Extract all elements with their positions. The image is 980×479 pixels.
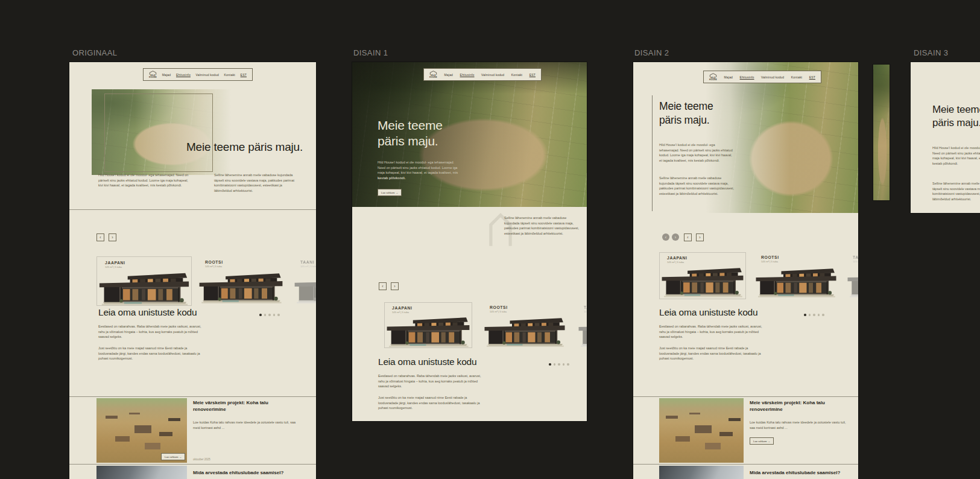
house-card-title: TAANI [853, 255, 858, 259]
house-card-title: ROOTSI [761, 255, 838, 259]
nav-link-valminud-kodud[interactable]: Valminud kodud [481, 73, 504, 77]
carousel-dot[interactable] [818, 314, 820, 316]
logo-text: HOUSE [149, 77, 157, 78]
nav-link-kontakt[interactable]: Kontakt [511, 73, 522, 77]
frame-label-disain2[interactable]: DISAIN 2 [634, 48, 669, 57]
house-render [197, 270, 285, 306]
nav-link-majad[interactable]: Majad [444, 73, 453, 77]
carousel-dot[interactable] [264, 314, 267, 316]
house-card-title: ROOTSI [490, 305, 567, 309]
carousel-dot[interactable] [558, 363, 560, 366]
carousel-next-button-alt[interactable]: › [672, 233, 679, 241]
frame-disain3: Meie teeme päris maju. Hild House'i kodu… [911, 62, 980, 213]
dream-paragraph-1: Eestlased on rabarahvas. Raba tähendab m… [98, 324, 204, 340]
frame-label-disain1[interactable]: DISAIN 1 [353, 48, 388, 57]
nav-link-valminud-kodud[interactable]: Valminud kodud [761, 75, 784, 79]
house-card-title: JAAPANI [667, 256, 745, 260]
carousel-prev-button[interactable]: ‹ [684, 233, 692, 241]
carousel-dot[interactable] [563, 363, 565, 366]
hero-title-line2: päris maju. [932, 116, 980, 130]
nav-link-ehitusinfo[interactable]: Ehitusinfo [176, 73, 191, 77]
carousel-next-button[interactable]: › [391, 282, 399, 290]
house-card-specs: 145 m² | 5 tuba [300, 265, 316, 268]
hero-title: Meie teeme päris maju. [186, 141, 303, 154]
house-card-jaapani[interactable]: JAAPANI 145 m² | 5 tuba [659, 252, 746, 299]
hero-rule-decoration [652, 95, 653, 211]
house-render [97, 269, 191, 305]
nav-link-ehitusinfo[interactable]: Ehitusinfo [460, 73, 475, 77]
section-divider [633, 464, 858, 465]
nav-lang-switch[interactable]: EST [241, 73, 247, 77]
carousel-next-button[interactable]: › [696, 233, 704, 241]
carousel-dot[interactable] [809, 314, 811, 316]
site-logo[interactable]: HILDHOUSE [709, 73, 717, 81]
carousel-prev-button-alt[interactable]: ‹ [662, 233, 669, 241]
carousel-prev-button[interactable]: ‹ [379, 282, 387, 290]
section-divider [69, 396, 316, 397]
carousel-dot[interactable] [554, 363, 556, 366]
logo-text: HOUSE [429, 77, 437, 78]
house-card-rootsi[interactable]: ROOTSI 145 m² | 5 tuba [197, 256, 285, 306]
house-card-specs: 145 m² | 5 tuba [584, 310, 587, 313]
article-title: Mida arvestada ehituslubade saamisel? [750, 470, 849, 477]
carousel-dot[interactable] [273, 314, 276, 316]
carousel-dot-active[interactable] [549, 363, 551, 366]
house-card-rootsi[interactable]: ROOTSI 145 m² | 5 tuba [482, 302, 567, 348]
project-read-more-button[interactable]: Loe rohkem → [750, 437, 774, 445]
carousel-dot-active[interactable] [804, 314, 806, 316]
nav-link-majad[interactable]: Majad [724, 75, 733, 79]
frame-label-disain3[interactable]: DISAIN 3 [914, 48, 948, 57]
nav-link-kontakt[interactable]: Kontakt [224, 73, 235, 77]
frame-label-originaal[interactable]: ORIGINAAL [72, 48, 117, 57]
house-card-taani[interactable]: TAANI 145 m² | 5 tuba [292, 256, 316, 306]
carousel-dot-active[interactable] [259, 314, 262, 316]
nav-link-valminud-kodud[interactable]: Valminud kodud [196, 73, 219, 77]
site-logo[interactable]: HILDHOUSE [149, 71, 157, 78]
house-card-title: TAANI [584, 305, 587, 309]
carousel-dots [804, 314, 824, 316]
house-card-jaapani[interactable]: JAAPANI 145 m² | 5 tuba [96, 256, 192, 306]
frame-disain2: HILDHOUSE Majad Ehitusinfo Valminud kodu… [633, 62, 858, 479]
house-card-jaapani[interactable]: JAAPANI 145 m² | 5 tuba [384, 302, 472, 348]
house-card-taani[interactable]: TAANI 145 m² | 5 tuba [577, 302, 587, 348]
house-render [660, 264, 745, 299]
hero-paragraph-1: Hild House'i kodud ei ole moodul- ega te… [659, 142, 735, 163]
nav-link-majad[interactable]: Majad [162, 73, 171, 77]
carousel-dot[interactable] [822, 314, 824, 316]
carousel-dot[interactable] [277, 314, 280, 316]
hero-paragraph-1: Hild House'i kodud ei ole moodul- ega te… [378, 160, 462, 180]
nav-lang-switch[interactable]: EST [809, 75, 815, 79]
site-logo[interactable]: HILDHOUSE [429, 71, 437, 78]
nav-link-kontakt[interactable]: Kontakt [791, 75, 802, 79]
article-title: Mida arvestada ehituslubade saamisel? [193, 470, 296, 477]
article-image [96, 466, 187, 479]
carousel-dot[interactable] [813, 314, 815, 316]
hero-paragraph-bold: kestab põlvkondi. [378, 176, 405, 180]
article-image [659, 466, 744, 479]
carousel-dot[interactable] [268, 314, 271, 316]
carousel-dot[interactable] [567, 363, 569, 366]
carousel-next-button[interactable]: › [109, 233, 116, 241]
dream-paragraph-2: Just seetõttu on ka meie majad saanud ni… [98, 346, 204, 361]
carousel-prev-button[interactable]: ‹ [96, 233, 104, 241]
hero-outline-decoration [104, 94, 213, 172]
house-card-specs: 145 m² | 5 tuba [490, 310, 567, 313]
nav-lang-switch[interactable]: EST [530, 73, 536, 77]
hero-paragraph-1: Hild House'i kodud ei ole moodul- ega te… [98, 173, 190, 188]
house-render [482, 314, 567, 348]
house-card-rootsi[interactable]: ROOTSI 145 m² | 5 tuba [754, 252, 838, 299]
dream-section-title: Leia oma unistuste kodu [378, 357, 476, 367]
site-navbar: HILDHOUSE Majad Ehitusinfo Valminud kodu… [703, 71, 821, 83]
house-card-taani[interactable]: TAANI 145 m² | 5 tuba [846, 252, 858, 299]
project-read-more-button[interactable]: Loe rohkem → [161, 453, 185, 460]
project-image [659, 398, 744, 463]
frame-disain3-image-strip [873, 65, 890, 200]
design-canvas: ORIGINAAL DISAIN 1 DISAIN 2 DISAIN 3 HIL… [0, 0, 980, 479]
hero-read-more-button[interactable]: Loe rohkem → [378, 189, 402, 196]
nav-link-ehitusinfo[interactable]: Ehitusinfo [740, 75, 754, 79]
hero-title-line1: Meie teeme [932, 103, 980, 116]
approach-paragraph: Selline lähenemine annab meile vabaduse … [504, 215, 580, 236]
project-excerpt: Loe kuidas Koha talu rahvas meie ideedel… [193, 420, 296, 430]
house-render [577, 314, 587, 348]
house-card-specs: 145 m² | 5 tuba [667, 261, 745, 264]
